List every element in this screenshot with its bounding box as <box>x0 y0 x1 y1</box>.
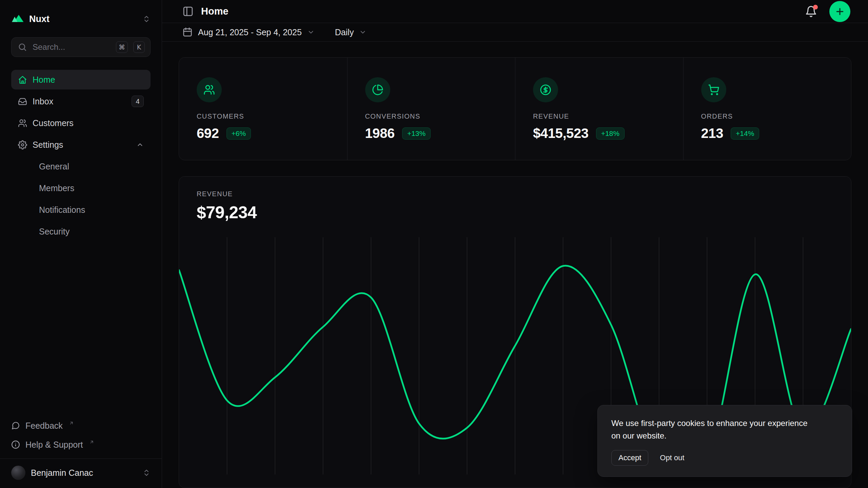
stat-customers: CUSTOMERS 692 +6% <box>179 58 347 160</box>
external-link-icon <box>69 421 74 426</box>
chevrons-up-down-icon <box>142 15 151 23</box>
inbox-icon <box>18 97 27 106</box>
stat-label: CUSTOMERS <box>197 113 330 120</box>
stat-delta-badge: +18% <box>596 127 625 140</box>
team-switcher[interactable]: Nuxt <box>8 9 154 29</box>
sidebar-footer: Feedback Help & Support <box>11 416 151 459</box>
sidebar-item-inbox[interactable]: Inbox 4 <box>11 92 151 111</box>
notifications-button[interactable] <box>805 5 817 18</box>
accept-cookies-button[interactable]: Accept <box>611 450 648 466</box>
stat-delta-badge: +14% <box>731 127 759 140</box>
gear-icon <box>18 140 27 149</box>
message-circle-icon <box>11 421 20 430</box>
topbar: Home <box>162 0 868 23</box>
panel-left-icon <box>182 6 194 17</box>
sidebar-item-customers[interactable]: Customers <box>11 113 151 133</box>
cookie-message: We use first-party cookies to enhance yo… <box>611 417 808 442</box>
stat-label: ORDERS <box>701 113 834 120</box>
kbd-k: K <box>133 41 145 53</box>
user-name: Benjamin Canac <box>31 468 137 478</box>
sidebar-item-security[interactable]: Security <box>11 222 151 241</box>
filter-bar: Aug 21, 2025 - Sep 4, 2025 Daily <box>162 23 868 42</box>
sidebar-nav: Home Inbox 4 Customers Settings <box>11 70 151 241</box>
stat-value: $415,523 <box>533 126 589 141</box>
page-title: Home <box>201 6 229 17</box>
stat-revenue: REVENUE $415,523 +18% <box>515 58 683 160</box>
sidebar-item-home[interactable]: Home <box>11 70 151 89</box>
shopping-cart-icon <box>701 77 726 102</box>
date-range-picker[interactable]: Aug 21, 2025 - Sep 4, 2025 <box>182 27 315 37</box>
feedback-link[interactable]: Feedback <box>8 416 154 435</box>
chevrons-up-down-icon <box>142 469 151 477</box>
kbd-cmd: ⌘ <box>116 41 128 53</box>
stat-value: 692 <box>197 126 219 141</box>
opt-out-button[interactable]: Opt out <box>660 450 684 465</box>
main-area: Home Au <box>162 0 868 488</box>
users-icon <box>18 119 27 128</box>
granularity-select[interactable]: Daily <box>335 27 367 37</box>
user-menu[interactable]: Benjamin Canac <box>0 459 162 488</box>
stat-label: REVENUE <box>533 113 666 120</box>
help-support-link[interactable]: Help & Support <box>8 435 154 454</box>
plus-icon <box>835 6 845 17</box>
sidebar-item-members[interactable]: Members <box>11 178 151 198</box>
notification-dot <box>813 5 818 9</box>
add-button[interactable] <box>829 1 850 22</box>
sidebar-item-general[interactable]: General <box>11 157 151 176</box>
app-root: Nuxt Search... ⌘ K Home <box>0 0 868 488</box>
stats-row: CUSTOMERS 692 +6% CONVERSIONS 1986 +13% <box>179 57 851 160</box>
circle-dollar-icon <box>533 77 558 102</box>
sidebar-item-settings[interactable]: Settings <box>11 135 151 155</box>
chevron-up-icon <box>136 141 144 148</box>
chevron-down-icon <box>307 28 315 36</box>
info-icon <box>11 440 20 449</box>
chevron-down-icon <box>359 28 367 36</box>
avatar <box>11 466 25 480</box>
settings-subnav: General Members Notifications Security <box>11 157 151 241</box>
stat-label: CONVERSIONS <box>365 113 498 120</box>
inbox-count-badge: 4 <box>132 96 144 107</box>
search-input[interactable]: Search... ⌘ K <box>11 37 151 57</box>
stat-delta-badge: +6% <box>226 127 251 140</box>
search-placeholder: Search... <box>33 42 111 52</box>
stat-delta-badge: +13% <box>402 127 431 140</box>
revenue-card-label: REVENUE <box>197 190 833 198</box>
stat-orders: ORDERS 213 +14% <box>683 58 851 160</box>
nuxt-logo-icon <box>11 14 24 24</box>
pie-chart-icon <box>365 77 390 102</box>
sidebar-toggle-button[interactable] <box>182 6 194 17</box>
external-link-icon <box>89 440 94 445</box>
stat-value: 213 <box>701 126 724 141</box>
sidebar-item-notifications[interactable]: Notifications <box>11 200 151 220</box>
sidebar: Nuxt Search... ⌘ K Home <box>0 0 162 488</box>
home-icon <box>18 75 27 84</box>
users-icon <box>197 77 222 102</box>
search-icon <box>18 42 27 52</box>
stat-value: 1986 <box>365 126 395 141</box>
calendar-icon <box>182 27 193 37</box>
revenue-card-value: $79,234 <box>197 203 833 222</box>
team-name: Nuxt <box>29 14 137 24</box>
stat-conversions: CONVERSIONS 1986 +13% <box>347 58 515 160</box>
cookie-banner: We use first-party cookies to enhance yo… <box>597 405 852 477</box>
